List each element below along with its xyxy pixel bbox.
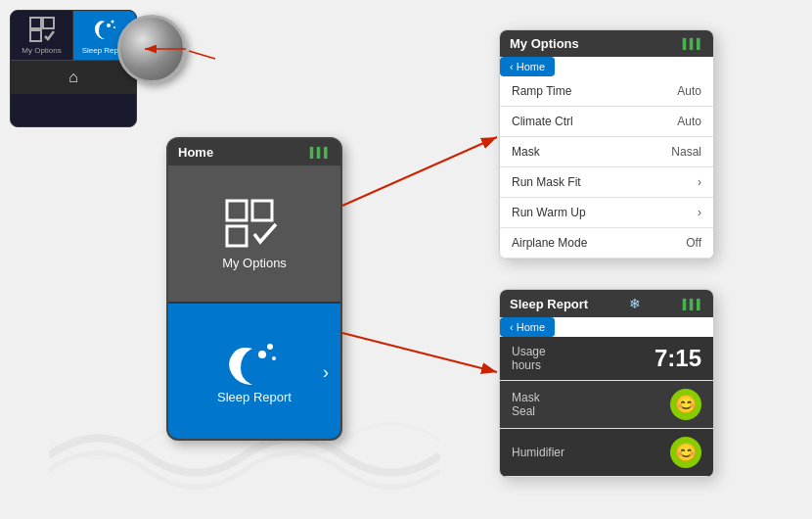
svg-point-63 [113,26,115,28]
sleep-icon-small [91,16,118,43]
signal-icon-home: ▌▌▌ [310,147,331,158]
svg-rect-60 [30,30,41,41]
options-row-warm-up-label: Run Warm Up [512,206,586,219]
signal-icon-sleep: ▌▌▌ [683,299,703,309]
sleep-mask-seal-label: MaskSeal [512,391,540,418]
svg-point-67 [258,351,266,358]
sleep-humidifier-label: Humidifier [512,446,564,459]
device-knob[interactable] [117,15,186,83]
svg-line-71 [342,137,497,206]
options-row-ramp[interactable]: Ramp Time Auto [500,76,713,107]
svg-point-61 [107,24,111,27]
options-row-ramp-value: Auto [677,84,701,98]
small-device: My Options Sleep Report ⌂ [10,10,137,127]
options-back-button[interactable]: ‹ Home [500,57,555,76]
svg-rect-66 [227,226,247,246]
options-row-warm-up[interactable]: Run Warm Up › [500,198,713,228]
home-device-title: Home [178,145,213,160]
options-row-mask-fit[interactable]: Run Mask Fit › [500,167,713,198]
options-row-mask-fit-label: Run Mask Fit [512,175,581,189]
svg-rect-64 [227,201,247,220]
signal-icon-options: ▌▌▌ [683,38,703,49]
options-panel-header: My Options ▌▌▌ [500,30,713,57]
small-tile-options-label: My Options [22,46,61,55]
mask-seal-smiley: 😊 [670,389,701,420]
options-row-ramp-label: Ramp Time [512,84,571,98]
sleep-usage-label: Usagehours [512,345,546,372]
options-row-mask[interactable]: Mask Nasal [500,137,713,167]
svg-rect-59 [43,18,54,28]
sleep-panel-header: Sleep Report ❄ ▌▌▌ [500,290,713,317]
small-tile-options[interactable]: My Options [11,11,73,60]
svg-line-72 [342,333,497,372]
snowflake-icon: ❄ [629,296,641,311]
sleep-panel-title: Sleep Report [510,297,588,311]
options-row-mask-label: Mask [512,145,540,159]
options-row-airplane[interactable]: Airplane Mode Off [500,228,713,259]
options-row-climate[interactable]: Climate Ctrl Auto [500,107,713,137]
svg-rect-65 [252,201,272,220]
options-row-climate-value: Auto [677,115,701,128]
options-row-mask-value: Nasal [671,145,701,159]
svg-point-69 [272,356,276,360]
sleep-row-humidifier: Humidifier 😊 [500,429,713,477]
svg-line-74 [189,51,215,59]
sleep-moon-icon [225,341,284,390]
options-panel-title: My Options [510,36,579,51]
home-icon-small: ⌂ [68,69,78,86]
sleep-row-usage: Usagehours 7:15 [500,337,713,381]
options-row-airplane-value: Off [686,236,701,250]
svg-rect-58 [30,18,41,28]
sleep-usage-value: 7:15 [654,345,701,372]
tile-options-label: My Options [222,256,287,270]
sleep-back-button[interactable]: ‹ Home [500,317,555,337]
sleep-row-mask-seal: MaskSeal 😊 [500,381,713,429]
tile-sleep-chevron: › [323,362,329,383]
home-device: Home ▌▌▌ My Options Sleep Report › [166,137,342,441]
options-checkbox-icon [225,199,284,248]
sleep-panel: Sleep Report ❄ ▌▌▌ ‹ Home Usagehours 7:1… [499,289,714,478]
options-row-airplane-label: Airplane Mode [512,236,587,250]
humidifier-smiley: 😊 [670,437,701,468]
home-device-header: Home ▌▌▌ [168,139,340,166]
options-row-warm-up-chevron: › [698,206,701,219]
tile-sleep-report[interactable]: Sleep Report › [168,304,340,441]
svg-point-68 [267,344,273,350]
options-icon-small [28,16,56,43]
options-row-climate-label: Climate Ctrl [512,115,573,128]
options-row-mask-fit-chevron: › [698,175,701,189]
options-panel: My Options ▌▌▌ ‹ Home Ramp Time Auto Cli… [499,29,714,260]
small-device-home-bar[interactable]: ⌂ [11,60,136,94]
svg-point-62 [112,21,114,24]
tile-sleep-label: Sleep Report [217,390,292,404]
tile-my-options[interactable]: My Options [168,166,340,304]
